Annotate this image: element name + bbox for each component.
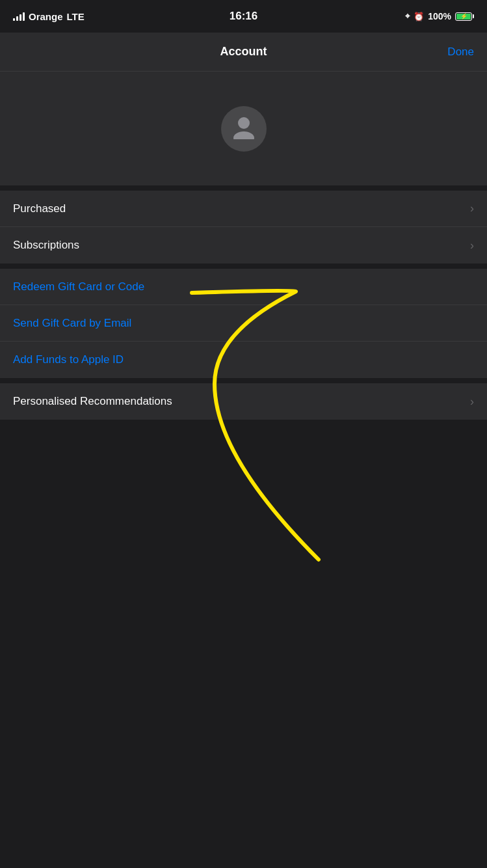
chevron-icon: ›	[470, 395, 474, 409]
charging-icon: ⚡	[460, 13, 467, 20]
list-item-subscriptions[interactable]: Subscriptions ›	[0, 227, 487, 264]
redeem-label: Redeem Gift Card or Code	[13, 280, 144, 293]
signal-bar-2	[16, 16, 18, 21]
battery-icon: ⚡	[455, 12, 474, 21]
signal-bars-icon	[13, 12, 25, 21]
svg-point-0	[238, 117, 250, 129]
list-section-1: Purchased › Subscriptions ›	[0, 191, 487, 264]
network-label: LTE	[67, 11, 85, 22]
done-button[interactable]: Done	[447, 46, 474, 59]
svg-point-1	[233, 131, 254, 139]
status-right: ⌖ ⏰ 100% ⚡	[405, 11, 474, 21]
list-section-3: Personalised Recommendations ›	[0, 383, 487, 420]
purchased-label: Purchased	[13, 202, 66, 215]
alarm-icon: ⏰	[414, 12, 424, 21]
list-item-purchased[interactable]: Purchased ›	[0, 191, 487, 227]
send-gift-label: Send Gift Card by Email	[13, 317, 131, 330]
list-item-personalised[interactable]: Personalised Recommendations ›	[0, 383, 487, 420]
status-time: 16:16	[230, 10, 257, 23]
list-item-add-funds[interactable]: Add Funds to Apple ID	[0, 342, 487, 378]
add-funds-label: Add Funds to Apple ID	[13, 353, 124, 366]
status-bar: Orange LTE 16:16 ⌖ ⏰ 100% ⚡	[0, 0, 487, 33]
carrier-label: Orange	[29, 11, 63, 22]
signal-bar-4	[23, 12, 25, 21]
list-section-2: Redeem Gift Card or Code Send Gift Card …	[0, 269, 487, 378]
nav-title: Account	[220, 45, 267, 59]
list-item-send-gift[interactable]: Send Gift Card by Email	[0, 305, 487, 342]
signal-bar-3	[20, 14, 21, 21]
status-left: Orange LTE	[13, 11, 85, 22]
profile-section	[0, 72, 487, 185]
chevron-icon: ›	[470, 202, 474, 215]
avatar	[221, 106, 267, 152]
signal-bar-1	[13, 18, 15, 21]
list-item-redeem[interactable]: Redeem Gift Card or Code	[0, 269, 487, 305]
personalised-label: Personalised Recommendations	[13, 395, 172, 408]
battery-tip	[473, 14, 474, 18]
location-icon: ⌖	[405, 11, 410, 21]
battery-percent: 100%	[428, 11, 451, 21]
nav-bar: Account Done	[0, 33, 487, 72]
chevron-icon: ›	[470, 239, 474, 252]
avatar-icon	[231, 113, 257, 144]
subscriptions-label: Subscriptions	[13, 239, 79, 252]
battery-body: ⚡	[455, 12, 472, 21]
